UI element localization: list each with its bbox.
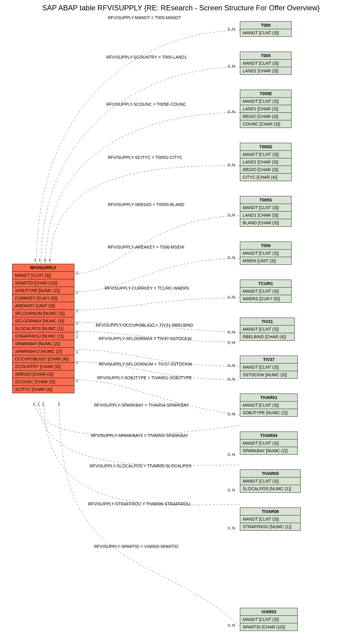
- table-field: SOBJTYPE [NUMC (2)]: [240, 409, 297, 416]
- field-type: [CHAR (3)]: [257, 220, 279, 225]
- erd-canvas: SAP ABAP table RFVISUPPLY {RE: REsearch …: [0, 0, 362, 644]
- field-type: [NUMC (2)]: [39, 349, 62, 354]
- table-field: WAERS [CUKY (5)]: [240, 295, 291, 302]
- field-name: MANDT: [15, 273, 30, 278]
- table-field: LAND1 [CHAR (3)]: [240, 105, 291, 113]
- ref-table-tivar06: TIVAR06MANDT [CLNT (3)]STRAFFROU [NUMC (…: [240, 508, 301, 531]
- card-left: 1: [76, 308, 78, 313]
- table-field: BLAND [CHAR (3)]: [240, 219, 291, 226]
- edge-label: RFVISUPPLY-STRAFFROU = TIVAR06-STRAFFROU: [88, 501, 190, 506]
- table-field: SPARKBAY [NUMC (2)]: [12, 340, 74, 348]
- card-right: 0..N: [228, 526, 235, 530]
- card-left: 1: [34, 258, 36, 262]
- card-left: 1: [76, 270, 78, 275]
- card-left: 1: [76, 334, 78, 339]
- table-field: STRAFFROU [NUMC (1)]: [240, 523, 300, 530]
- table-field: MANDT [CLNT (3)]: [240, 204, 291, 212]
- table-field: MANDT [CLNT (3)]: [240, 477, 300, 485]
- card-left: 1: [76, 350, 78, 354]
- field-name: MANDT: [243, 61, 258, 66]
- table-field: OCCUPOBLIGO [CHAR (4)]: [12, 355, 74, 363]
- field-type: [NUMC (2)]: [265, 410, 288, 415]
- ref-table-tiv37: TIV37MANDT [CLNT (3)]SSTOCKW [NUMC (3)]: [240, 356, 298, 379]
- card-left: 1: [76, 378, 78, 383]
- field-name: AREAKEY: [15, 303, 35, 308]
- table-header: T005E: [240, 90, 291, 98]
- card-left: 1: [76, 330, 78, 334]
- table-field: MANDT [CLNT (3)]: [12, 272, 74, 279]
- table-header: TCURC: [240, 280, 291, 288]
- table-field: STRAFFROU [NUMC (1)]: [12, 332, 74, 340]
- table-field: SLOCALPOS [NUMC (1)]: [12, 325, 74, 332]
- table-field: MANDT [CLNT (3)]: [240, 515, 300, 523]
- table-field: REGIO [CHAR (3)]: [240, 166, 291, 174]
- field-type: [CLNT (3)]: [258, 30, 279, 35]
- card-left: 1: [37, 402, 39, 406]
- field-name: SPARTID: [243, 625, 261, 629]
- table-field: SCOUNC [CHAR (3)]: [12, 378, 74, 386]
- field-type: [NUMC (3)]: [42, 319, 64, 323]
- table-field: SCITYC [CHAR (4)]: [12, 386, 74, 393]
- field-name: REGIO: [243, 167, 256, 172]
- field-type: [UNIT (3)]: [35, 303, 55, 308]
- field-name: MANDT: [243, 30, 258, 35]
- edge-label: RFVISUPPLY-SCITYC = T005G-CITYC: [108, 155, 183, 160]
- card-left: 1: [42, 402, 44, 406]
- card-right: 0..N: [228, 255, 235, 260]
- field-name: MANDT: [243, 403, 258, 408]
- ref-table-t005s: T005SMANDT [CLNT (3)]LAND1 [CHAR (3)]BLA…: [240, 196, 292, 227]
- field-type: [CHAR (3)]: [33, 379, 55, 384]
- card-right: 0..N: [228, 412, 235, 416]
- table-field: MANDT [CLNT (3)]: [240, 98, 291, 105]
- edge-label: RFVISUPPLY-SCOUNC = T005E-COUNC: [106, 102, 186, 107]
- table-header: T005G: [240, 143, 291, 151]
- field-name: MANDT: [243, 99, 258, 104]
- field-name: LAND1: [243, 68, 256, 73]
- field-type: [CHAR (10)]: [33, 281, 57, 285]
- field-type: [CHAR (4)]: [30, 387, 52, 392]
- edge-label: RFVISUPPLY-SPARKBAY = TIVAR04-SPARKBAY: [94, 403, 189, 408]
- edge-label: RFVISUPPLY-CURRKEY = TCURC-WAERS: [105, 286, 189, 291]
- card-left: 1: [39, 258, 41, 262]
- field-type: [CHAR (4)]: [255, 175, 277, 180]
- table-field: SREGIO [CHAR (3)]: [12, 370, 74, 378]
- table-field: SFLOORMAX [NUMC (3)]: [12, 317, 74, 325]
- table-field: CURRKEY [CUKY (5)]: [12, 294, 74, 302]
- table-field: RBELBIND [CHAR (4)]: [240, 333, 294, 340]
- card-left: 1: [76, 360, 78, 365]
- ref-table-t000: T000MANDT [CLNT (3)]: [240, 21, 292, 37]
- field-type: [CHAR (3)]: [256, 167, 278, 172]
- field-name: STRAFFROU: [15, 334, 41, 339]
- table-header: TIV37: [240, 356, 297, 363]
- field-type: [NUMC (1)]: [41, 326, 63, 331]
- table-header: T000: [240, 22, 291, 29]
- field-name: MANDT: [243, 479, 258, 484]
- card-right: 0..N: [228, 295, 235, 299]
- field-type: [NUMC (1)]: [41, 334, 64, 339]
- field-name: SSTOCKW: [243, 372, 264, 377]
- field-name: LAND1: [243, 160, 256, 164]
- field-name: MANDT: [243, 327, 258, 332]
- field-name: MANDT: [243, 152, 258, 157]
- table-field: MSEHI [UNIT (3)]: [240, 257, 291, 264]
- table-field: MANDT [CLNT (3)]: [240, 288, 291, 295]
- card-right: 0..N: [228, 330, 235, 334]
- edge-label: RFVISUPPLY-SLOCALPOS = TIVAR05-SLOCALPOS: [90, 463, 191, 468]
- field-name: SOBJTYPE: [243, 410, 265, 415]
- field-name: MANDT: [243, 365, 258, 370]
- field-name: SPARKBAY: [15, 341, 37, 346]
- field-type: [CHAR (3)]: [256, 106, 278, 111]
- field-type: [UNIT (3)]: [256, 258, 276, 263]
- table-field: LAND1 [CHAR (3)]: [240, 67, 291, 74]
- table-header: TIVAR06: [240, 508, 300, 515]
- field-type: [CLNT (3)]: [30, 273, 51, 278]
- field-name: WAERS: [243, 296, 258, 301]
- card-left: 1: [33, 402, 35, 406]
- card-right: 0..N: [228, 109, 235, 114]
- ref-table-tcurc: TCURCMANDT [CLNT (3)]WAERS [CUKY (5)]: [240, 280, 292, 303]
- field-name: MANDT: [243, 441, 258, 446]
- field-name: SFLOORNUM: [15, 311, 42, 316]
- table-field: MANDT [CLNT (3)]: [240, 29, 291, 36]
- edge-label: RFVISUPPLY-SPARTID = VIAR03-SPARTID: [94, 544, 178, 549]
- table-field: CITYC [CHAR (4)]: [240, 174, 291, 181]
